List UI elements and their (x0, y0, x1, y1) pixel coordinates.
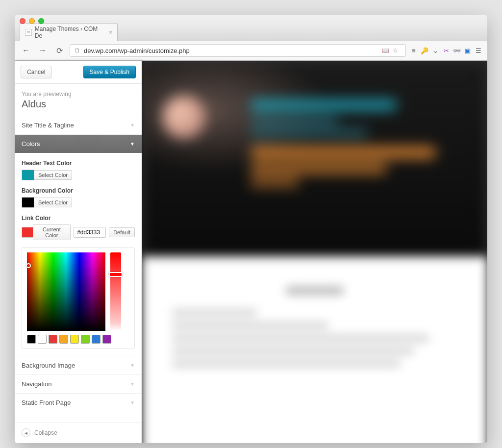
preview-label: You are previewing (22, 91, 135, 98)
reload-button[interactable]: ⟳ (53, 45, 66, 56)
palette-row (27, 335, 129, 344)
traffic-lights (20, 18, 44, 24)
palette-swatch[interactable] (38, 335, 47, 344)
link-color-label: Link Color (22, 215, 135, 222)
section-header-colors[interactable]: Colors ▼ (15, 135, 142, 153)
chevron-down-icon: ▼ (130, 141, 135, 147)
link-color-swatch[interactable] (22, 227, 33, 238)
browser-tabs: Manage Themes ‹ COM De × (15, 27, 487, 41)
header-text-color-label: Header Text Color (22, 160, 135, 167)
section-navigation: Navigation ▼ (15, 375, 142, 394)
section-colors: Colors ▼ Header Text Color Select Color … (15, 135, 142, 356)
palette-swatch[interactable] (59, 335, 68, 344)
select-color-button[interactable]: Select Color (34, 170, 72, 180)
palette-swatch[interactable] (92, 335, 100, 344)
section-background-image: Background Image ▼ (15, 356, 142, 375)
forward-button[interactable]: → (36, 45, 49, 56)
hue-handle[interactable] (109, 272, 123, 277)
buffer-icon[interactable]: ≡ (410, 47, 418, 54)
preview-hero (142, 61, 487, 257)
pocket-icon[interactable]: ⌄ (431, 47, 439, 54)
window-chrome: Manage Themes ‹ COM De × ← → ⟳ 🗋 📖 ☆ ≡ 🔑… (15, 15, 487, 61)
palette-swatch[interactable] (102, 335, 111, 344)
browser-toolbar: ← → ⟳ 🗋 📖 ☆ ≡ 🔑 ⌄ ✂ 👓 ▣ ☰ (15, 41, 487, 60)
header-text-color-swatch[interactable] (22, 170, 34, 180)
window-zoom-button[interactable] (38, 18, 44, 24)
sidebar-actions: Cancel Save & Publish (15, 61, 142, 84)
save-publish-button[interactable]: Save & Publish (83, 66, 136, 78)
colors-panel: Header Text Color Select Color Backgroun… (15, 153, 142, 356)
mask-icon[interactable]: 👓 (453, 47, 461, 54)
color-picker (22, 247, 135, 349)
background-color-section: Background Color Select Color (22, 187, 135, 208)
hex-input[interactable] (74, 227, 106, 238)
palette-swatch[interactable] (70, 335, 79, 344)
window-minimize-button[interactable] (29, 18, 35, 24)
key-icon[interactable]: 🔑 (421, 47, 428, 54)
extension-icons: ≡ 🔑 ⌄ ✂ 👓 ▣ ☰ (410, 47, 482, 54)
section-label: Background Image (22, 362, 75, 369)
chevron-down-icon: ▼ (130, 381, 135, 387)
star-icon[interactable]: ☆ (392, 47, 399, 54)
collapse-sidebar[interactable]: ◄ Collapse (15, 422, 142, 443)
current-color-button[interactable]: Current Color (33, 224, 71, 240)
palette-swatch[interactable] (81, 335, 90, 344)
cancel-button[interactable]: Cancel (21, 66, 51, 78)
section-header-title-tagline[interactable]: Site Title & Tagline ▼ (15, 116, 142, 134)
chevron-down-icon: ▼ (130, 363, 135, 368)
back-button[interactable]: ← (20, 45, 32, 56)
preview-info: You are previewing Aldus (15, 84, 142, 116)
section-header-navigation[interactable]: Navigation ▼ (15, 375, 142, 393)
content-area: Cancel Save & Publish You are previewing… (15, 61, 487, 443)
section-front-page: Static Front Page ▼ (15, 394, 142, 412)
link-color-section: Link Color Current Color Default (22, 215, 135, 349)
window-close-button[interactable] (20, 18, 25, 24)
picker-main (27, 252, 129, 331)
default-color-button[interactable]: Default (109, 227, 135, 237)
swatch-row: Select Color (22, 197, 135, 208)
section-header-background-image[interactable]: Background Image ▼ (15, 356, 142, 374)
page-icon: 🗋 (74, 47, 81, 54)
section-label: Navigation (22, 380, 51, 388)
page-icon (25, 29, 32, 36)
menu-icon[interactable]: ☰ (475, 47, 482, 54)
section-header-front-page[interactable]: Static Front Page ▼ (15, 394, 142, 412)
tab-title: Manage Themes ‹ COM De (35, 25, 106, 39)
section-label: Colors (22, 140, 40, 148)
chevron-down-icon: ▼ (130, 123, 135, 128)
header-text-color-section: Header Text Color Select Color (22, 160, 135, 180)
address-bar[interactable]: 🗋 📖 ☆ (70, 44, 406, 57)
chevron-down-icon: ▼ (130, 400, 135, 405)
collapse-icon: ◄ (22, 428, 30, 437)
saturation-value-field[interactable] (27, 252, 105, 331)
close-tab-icon[interactable]: × (109, 29, 112, 36)
theme-name: Aldus (22, 99, 135, 110)
customizer-sidebar: Cancel Save & Publish You are previewing… (15, 61, 142, 443)
palette-swatch[interactable] (49, 335, 57, 344)
swatch-row: Select Color (22, 170, 135, 180)
background-color-label: Background Color (22, 187, 135, 194)
scissors-icon[interactable]: ✂ (442, 47, 450, 54)
section-label: Static Front Page (22, 399, 71, 406)
background-color-swatch[interactable] (22, 197, 34, 208)
url-input[interactable] (84, 47, 382, 54)
theme-preview (142, 61, 487, 443)
sv-cursor[interactable] (26, 263, 31, 268)
section-label: Site Title & Tagline (22, 122, 74, 129)
reader-icon[interactable]: 📖 (382, 47, 389, 54)
browser-window: Manage Themes ‹ COM De × ← → ⟳ 🗋 📖 ☆ ≡ 🔑… (15, 15, 487, 443)
screenshot-icon[interactable]: ▣ (464, 47, 472, 54)
titlebar (15, 15, 487, 27)
select-color-button[interactable]: Select Color (34, 198, 72, 207)
swatch-row: Current Color Default (22, 224, 135, 240)
palette-swatch[interactable] (27, 335, 36, 344)
preview-body (142, 257, 487, 443)
collapse-label: Collapse (34, 429, 57, 436)
section-title-tagline: Site Title & Tagline ▼ (15, 116, 142, 135)
hue-slider[interactable] (110, 252, 121, 331)
